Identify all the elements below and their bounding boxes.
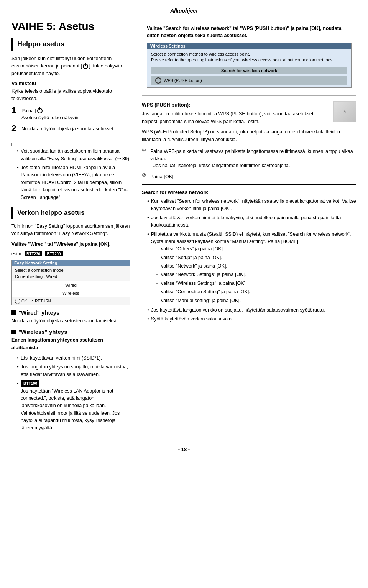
return-label-area: ↺ RETURN: [31, 299, 51, 303]
esim-label: esim. BTT230 BTT200: [12, 251, 130, 256]
badge-btt200: BTT200: [45, 251, 62, 256]
note-item-1: Voit suorittaa tämän asetuksen milloin t…: [17, 148, 130, 163]
power-icon-step1: [37, 108, 43, 113]
search-section: Search for wireless network: Kun valitse…: [142, 189, 356, 323]
search-bullets: Kun valitset "Search for wireless networ…: [142, 198, 356, 323]
ws-body-text: Select a connection method to wireless a…: [151, 52, 334, 62]
helppo-asetus-section: Helppo asetus: [12, 38, 130, 51]
wireless-bullet-1: Etsi käytettävän verkon nimi (SSID*1).: [17, 355, 130, 362]
divider: [12, 137, 130, 137]
wireless-settings-box: Wireless Settings Select a connection me…: [147, 43, 352, 88]
wps-steps: ① Paina WPS-painiketta tai vastaava pain…: [142, 146, 356, 181]
device-img-placeholder: ≋: [343, 109, 347, 115]
right-column: Valitse "Search for wireless network" ta…: [142, 21, 356, 435]
search-sub-bullets: valitse "Others" ja paina [OK]. valitse …: [151, 245, 356, 304]
main-title: VAIHE 5: Asetus: [12, 21, 130, 33]
left-column: VAIHE 5: Asetus Helppo asetus Sen jälkee…: [12, 21, 130, 435]
wps-content: ≋ *2 WPS (PUSH button): Jos langaton rei…: [142, 101, 356, 128]
page-container: Alkuohjeet VAIHE 5: Asetus Helppo asetus…: [0, 0, 368, 588]
page-title: Alkuohjeet: [170, 8, 198, 14]
easy-network-footer: OK ↺ RETURN: [12, 297, 130, 305]
right-main: ≋ *2 WPS (PUSH button): Jos langaton rei…: [142, 101, 356, 323]
helppo-asetus-title: Helppo asetus: [17, 40, 127, 48]
step-2-num: 2: [12, 124, 18, 133]
power-icon: [83, 64, 88, 69]
search-bullet-2: Jos käytettävän verkon nimi ei tule näky…: [147, 214, 356, 229]
step-1-text: Paina []. Asetusnäyttö tulee näkyviin.: [21, 106, 81, 122]
notes-block: □ Voit suorittaa tämän asetuksen milloin…: [12, 141, 130, 201]
ok-button-area: OK: [15, 299, 27, 304]
badge-btt230: BTT230: [25, 251, 42, 256]
star2-badge: *2: [356, 101, 356, 105]
notes-list: Voit suorittaa tämän asetuksen milloin t…: [12, 148, 130, 201]
search-bullet-1: Kun valitset "Search for wireless networ…: [147, 198, 356, 213]
valmistelu-title: Valmistelu: [12, 80, 130, 86]
badge-btt100: BTT100: [21, 380, 39, 387]
wps-esim: esim.: [248, 119, 260, 124]
search-sub-5: valitse "Wireless Settings" ja paina [OK…: [156, 280, 356, 287]
wireless-bullet-2: Jos langaton yhteys on suojattu, muista …: [17, 363, 130, 378]
wps-icon: [155, 77, 161, 84]
black-square-icon-2: [12, 330, 16, 334]
easy-network-title: Easy Network Setting: [12, 260, 130, 266]
btt100-text: Jos näytetään "Wireless LAN Adaptor is n…: [21, 388, 120, 431]
page-footer: - 18 -: [12, 447, 356, 452]
helppo-asetus-body: Sen jälkeen kun olet liittänyt uuden kot…: [12, 55, 130, 77]
search-bullet-4: Jos käytettävä langaton verkko on suojat…: [147, 307, 356, 314]
easy-network-menu: Wired Wireless: [12, 281, 130, 297]
page-number: - 18 -: [178, 447, 190, 452]
ws-body: Select a connection method to wireless a…: [147, 49, 351, 66]
right-intro-text: Valitse "Search for wireless network" ta…: [147, 25, 352, 39]
menu-item-wireless[interactable]: Wireless: [12, 289, 130, 297]
search-sub-6: valitse "Connection Setting" ja paina [O…: [156, 288, 356, 296]
wps-btn[interactable]: WPS (PUSH button): [151, 76, 347, 85]
step-2-text: Noudata näytön ohjeita ja suorita asetuk…: [21, 124, 115, 133]
wireless-bullet-3: BTT100 Jos näytetään "Wireless LAN Adapt…: [17, 380, 130, 432]
wps-step-1: ① Paina WPS-painiketta tai vastaava pain…: [142, 146, 356, 169]
verkon-intro: Toiminnon "Easy Setting" loppuun suoritt…: [12, 223, 130, 238]
wps-step-2: ② Paina [OK].: [142, 172, 356, 181]
two-column-layout: VAIHE 5: Asetus Helppo asetus Sen jälkee…: [12, 21, 356, 435]
wps-step-1-num: ①: [142, 146, 149, 154]
wireless-intro: Ennen langattoman yhteyden asetuksen alo…: [12, 337, 130, 351]
verkon-title: Verkon helppo asetus: [17, 209, 127, 217]
menu-item-wired[interactable]: Wired: [12, 281, 130, 289]
easy-network-info: Select a connection mode. Current settin…: [12, 266, 130, 281]
wps-step-2-text: Paina [OK].: [150, 172, 175, 181]
valmistelu-text: Kytke televisio päälle ja valitse sopiva…: [12, 88, 130, 103]
wps-device-img: ≋ *2: [334, 101, 356, 122]
page-header: Alkuohjeet: [12, 8, 356, 14]
wired-body: Noudata näytön ohjeita asetusten suoritt…: [12, 317, 130, 325]
note-item-2: Jos tämä laite liitetään HDMI-kaapelin a…: [17, 164, 130, 201]
valitse-text: Valitse "Wired" tai "Wireless" ja paina …: [12, 241, 130, 248]
verkon-section: Verkon helppo asetus: [12, 207, 130, 219]
note-icon: □: [12, 141, 15, 148]
wps-image-area: ≋ *2: [334, 101, 356, 122]
search-sub-1: valitse "Others" ja paina [OK].: [156, 245, 356, 253]
wps-step-2-num: ②: [142, 172, 149, 179]
wireless-bullets: Etsi käytettävän verkon nimi (SSID*1). J…: [12, 355, 130, 432]
ws-title: Wireless Settings: [147, 43, 351, 49]
search-sub-7: valitse "Manual setting" ja paina [OK].: [156, 297, 356, 304]
black-square-icon: [12, 310, 16, 315]
search-sub-4: valitse "Network Settings" ja paina [OK]…: [156, 271, 356, 278]
wireless-section-title: "Wireless" yhteys: [12, 328, 130, 335]
wired-section-title: "Wired" yhteys: [12, 309, 130, 316]
search-wireless-btn[interactable]: Search for wireless network: [151, 67, 347, 74]
search-bullet-5: Syötä käytettävän verkon salausavain.: [147, 315, 356, 323]
ok-circle-icon: [15, 299, 20, 304]
search-sub-2: valitse "Setup" ja paina [OK].: [156, 254, 356, 261]
wps-body: Jos langaton reititin tukee toimintoa WP…: [142, 110, 356, 125]
right-divider: [142, 184, 356, 185]
step-1-num: 1: [12, 106, 18, 115]
wps-step-1-sub: Jos haluat lisätietoja, katso langattoma…: [150, 163, 290, 168]
wps-step-1-text: Paina WPS-painiketta tai vastaava painik…: [150, 146, 356, 169]
right-top-box: Valitse "Search for wireless network" ta…: [142, 21, 356, 96]
wps-section: ≋ *2 WPS (PUSH button): Jos langaton rei…: [142, 101, 356, 181]
ws-buttons: Search for wireless network WPS (PUSH bu…: [147, 65, 351, 87]
step-1-row: 1 Paina []. Asetusnäyttö tulee näkyviin.: [12, 106, 130, 122]
search-sub-3: valitse "Network" ja paina [OK].: [156, 263, 356, 270]
search-heading: Search for wireless network:: [142, 189, 356, 196]
easy-network-box: Easy Network Setting Select a connection…: [12, 260, 130, 305]
wps-title: WPS (PUSH button):: [142, 101, 356, 109]
